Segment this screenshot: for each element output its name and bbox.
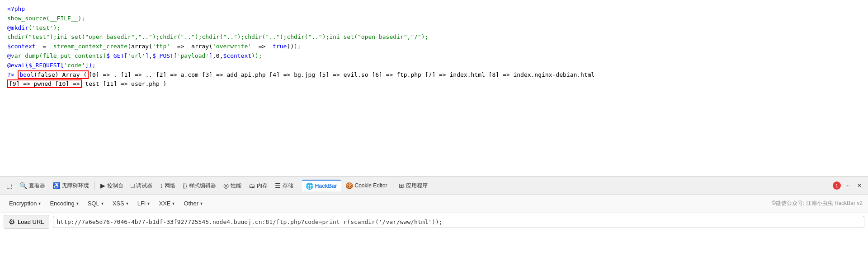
hackbar-menu-encoding[interactable]: Encoding ▾ — [46, 198, 82, 209]
toolbar-network-label: 网络 — [165, 182, 175, 190]
toolbar-console[interactable]: ▶ 控制台 — [98, 180, 126, 191]
sql-label: SQL — [88, 200, 99, 207]
code-line-1: <?php — [7, 5, 861, 14]
toolbar-performance-label: 性能 — [231, 182, 241, 190]
toolbar-style-editor[interactable]: {} 样式编辑器 — [180, 180, 218, 191]
more-icon: ··· — [845, 182, 850, 189]
toolbar-console-label: 控制台 — [107, 182, 123, 190]
hackbar-menu-xxe[interactable]: XXE ▾ — [155, 198, 178, 209]
toolbar-memory-label: 内存 — [257, 182, 268, 190]
sep2 — [299, 181, 299, 190]
debugger-icon: □ — [131, 182, 134, 189]
encryption-arrow: ▾ — [38, 201, 41, 206]
sql-arrow: ▾ — [101, 201, 104, 206]
toolbar-network[interactable]: ↕ 网络 — [157, 180, 178, 191]
xxe-label: XXE — [159, 200, 170, 207]
close-icon: ✕ — [857, 182, 862, 189]
hackbar-menu-other[interactable]: Other ▾ — [180, 198, 206, 209]
xss-arrow: ▾ — [126, 201, 128, 206]
hackbar-menu-lfi[interactable]: LFI ▾ — [134, 198, 154, 209]
notification-badge: 1 — [833, 181, 841, 190]
toolbar-memory[interactable]: 🗂 内存 — [246, 180, 270, 191]
toolbar-viewer[interactable]: 🔍 查看器 — [17, 180, 48, 191]
applications-icon: ⊞ — [399, 182, 404, 189]
toolbar-cookie-editor[interactable]: 🍪 Cookie Editor — [343, 180, 390, 191]
toolbar-accessibility[interactable]: ♿ 无障碍环境 — [50, 180, 92, 191]
storage-icon: ☰ — [275, 182, 281, 189]
style-icon: {} — [183, 182, 187, 189]
hackbar-menu-bar: Encryption ▾ Encoding ▾ SQL ▾ XSS ▾ LFI … — [0, 195, 868, 212]
hackbar-watermark: ©微信公众号: 江南小虫虫 HackBar v2 — [772, 200, 863, 207]
network-icon: ↕ — [160, 182, 163, 189]
code-line-4: chdir("test");ini_set("open_basedir","..… — [7, 33, 861, 42]
encryption-label: Encryption — [9, 200, 37, 207]
toolbar-style-label: 样式编辑器 — [189, 182, 216, 190]
sep1 — [94, 181, 95, 190]
code-line-3: @mkdir('test'); — [7, 23, 861, 33]
toolbar-applications-label: 应用程序 — [406, 182, 428, 190]
inspector-icon: ⬚ — [6, 182, 12, 189]
toolbar-performance[interactable]: ◎ 性能 — [221, 180, 244, 191]
xss-label: XSS — [113, 200, 124, 207]
hackbar-menu-xss[interactable]: XSS ▾ — [109, 198, 132, 209]
toolbar-inspector[interactable]: ⬚ — [4, 180, 15, 191]
url-bar: ⚙ Load URL — [0, 212, 868, 231]
toolbar-debugger[interactable]: □ 调试器 — [128, 180, 155, 191]
console-icon: ▶ — [100, 182, 105, 189]
browser-toolbar: ⬚ 🔍 查看器 ♿ 无障碍环境 ▶ 控制台 □ 调试器 ↕ 网络 {} 样式编辑… — [0, 176, 868, 195]
code-line-9: [9] => pwned [10] => test [11] => user.p… — [7, 79, 861, 89]
hackbar-menu-sql[interactable]: SQL ▾ — [84, 198, 107, 209]
xxe-arrow: ▾ — [172, 201, 175, 206]
code-line-2: show_source(__FILE__); — [7, 14, 861, 23]
encoding-label: Encoding — [50, 200, 74, 207]
toolbar-viewer-label: 查看器 — [29, 182, 45, 190]
viewer-icon: 🔍 — [19, 182, 27, 189]
toolbar-debugger-label: 调试器 — [136, 182, 152, 190]
accessibility-icon: ♿ — [52, 182, 60, 189]
other-arrow: ▾ — [200, 201, 203, 206]
code-line-7: @eval($_REQUEST['code']); — [7, 61, 861, 70]
hackbar-globe-icon: 🌐 — [306, 182, 313, 190]
code-line-8: ?> bool(false) Array ([0] => . [1] => ..… — [7, 70, 861, 80]
memory-icon: 🗂 — [249, 182, 255, 189]
code-line-5: $context = stream_context_create(array('… — [7, 42, 861, 51]
toolbar-cookie-label: Cookie Editor — [355, 182, 387, 189]
toolbar-more[interactable]: ··· — [843, 181, 853, 191]
toolbar-accessibility-label: 无障碍环境 — [62, 182, 89, 190]
lfi-arrow: ▾ — [147, 201, 150, 206]
lfi-label: LFI — [137, 200, 146, 207]
code-line-6: @var_dump(file_put_contents($_GET['url']… — [7, 51, 861, 61]
toolbar-storage[interactable]: ☰ 存储 — [272, 180, 296, 191]
other-label: Other — [184, 200, 198, 207]
encoding-arrow: ▾ — [76, 201, 79, 206]
url-input[interactable] — [53, 216, 864, 228]
toolbar-storage-label: 存储 — [283, 182, 293, 190]
toolbar-hackbar-label: HackBar — [315, 183, 337, 189]
load-url-button[interactable]: ⚙ Load URL — [4, 215, 49, 229]
toolbar-hackbar[interactable]: 🌐 HackBar — [302, 180, 341, 191]
cookie-icon: 🍪 — [345, 182, 353, 189]
load-url-label: Load URL — [18, 219, 44, 225]
performance-icon: ◎ — [223, 182, 229, 189]
toolbar-applications[interactable]: ⊞ 应用程序 — [396, 180, 430, 191]
load-url-icon: ⚙ — [9, 218, 15, 226]
toolbar-close[interactable]: ✕ — [854, 181, 864, 191]
hackbar-menu-encryption[interactable]: Encryption ▾ — [5, 198, 44, 209]
sep3 — [393, 181, 393, 190]
code-display: <?php show_source(__FILE__); @mkdir('tes… — [0, 0, 868, 176]
